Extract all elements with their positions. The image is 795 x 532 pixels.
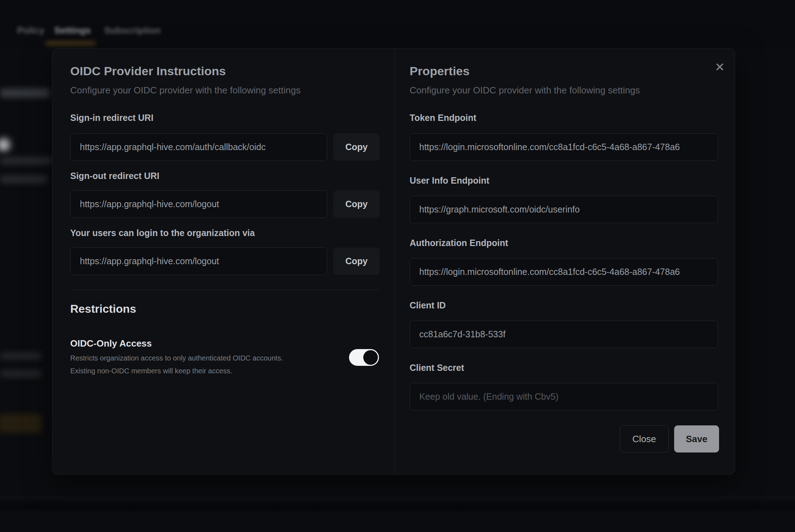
oidc-only-access-label: OIDC-Only Access (70, 338, 152, 349)
tab-settings: Settings (54, 25, 91, 36)
save-button[interactable]: Save (674, 425, 719, 452)
login-via-input[interactable] (70, 247, 327, 275)
client-id-input[interactable] (410, 321, 718, 348)
active-tab-underline (46, 42, 96, 45)
authorization-endpoint-label: Authorization Endpoint (410, 238, 508, 248)
blurred-background-text (0, 88, 50, 98)
copy-sign-out-uri-button[interactable]: Copy (333, 190, 380, 218)
background-bottom-band (0, 496, 795, 515)
client-secret-label: Client Secret (410, 363, 464, 373)
close-icon[interactable]: ✕ (711, 58, 729, 76)
instructions-subtitle: Configure your OIDC provider with the fo… (70, 85, 301, 96)
tab-subscription: Subscription (104, 25, 161, 36)
blurred-background-button (0, 414, 42, 433)
properties-subtitle: Configure your OIDC provider with the fo… (410, 85, 640, 96)
oidc-only-access-description: Restricts organization access to only au… (70, 352, 306, 377)
blurred-background-blob (0, 138, 10, 151)
column-divider (395, 48, 395, 474)
sign-out-redirect-uri-input[interactable] (70, 190, 327, 218)
authorization-endpoint-input[interactable] (410, 258, 718, 286)
blurred-background-text (0, 370, 41, 377)
background-tab-bar: Policy Settings Subscription (0, 0, 795, 48)
login-via-label: Your users can login to the organization… (70, 228, 255, 238)
token-endpoint-label: Token Endpoint (410, 113, 476, 123)
blurred-background-text (0, 175, 48, 183)
instructions-title: OIDC Provider Instructions (70, 64, 226, 78)
section-divider (70, 290, 380, 290)
client-id-label: Client ID (410, 300, 446, 311)
token-endpoint-input[interactable] (410, 133, 718, 161)
sign-in-redirect-uri-input[interactable] (70, 133, 327, 161)
close-button[interactable]: Close (620, 425, 669, 452)
oidc-settings-modal: ✕ OIDC Provider Instructions Configure y… (52, 48, 735, 475)
app-screen: Policy Settings Subscription ✕ OIDC Prov… (0, 0, 795, 532)
tab-policy: Policy (17, 25, 45, 36)
client-secret-input[interactable] (410, 383, 718, 410)
blurred-background-text (0, 352, 41, 359)
toggle-knob-icon (363, 350, 378, 365)
blurred-background-text (0, 157, 52, 165)
sign-in-redirect-uri-label: Sign-in redirect URI (70, 113, 153, 123)
sign-out-redirect-uri-label: Sign-out redirect URI (70, 171, 159, 181)
properties-title: Properties (410, 64, 470, 78)
copy-sign-in-uri-button[interactable]: Copy (333, 133, 380, 161)
user-info-endpoint-label: User Info Endpoint (410, 175, 489, 186)
user-info-endpoint-input[interactable] (410, 196, 718, 223)
restrictions-heading: Restrictions (70, 302, 136, 316)
copy-login-via-button[interactable]: Copy (333, 247, 380, 275)
oidc-only-access-toggle[interactable] (349, 349, 379, 366)
